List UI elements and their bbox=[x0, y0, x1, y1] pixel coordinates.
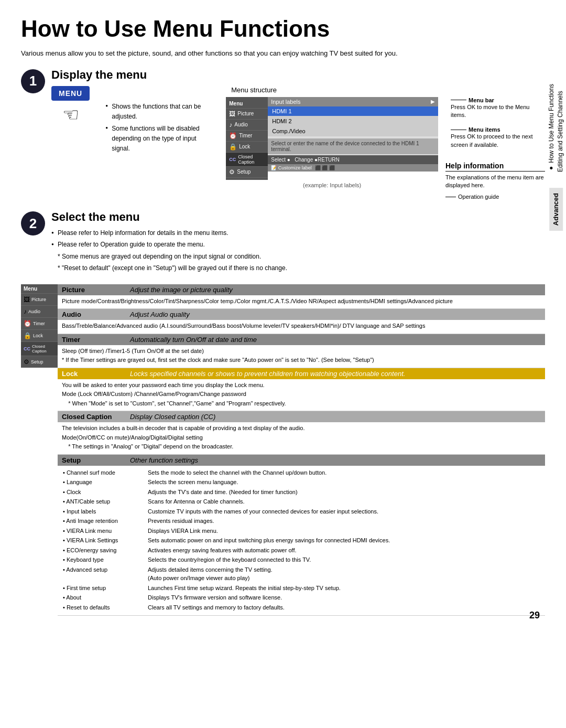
setup-item-anti-image: • Anti Image retention bbox=[63, 517, 147, 526]
menu-left-panel: Menu 🖼 Picture ♪ Audio bbox=[226, 97, 268, 180]
callout-menuitems: Menu items Press OK to proceed to the ne… bbox=[445, 126, 545, 149]
operation-guide-label: Operation guide bbox=[458, 193, 499, 201]
picture-cat: Picture bbox=[62, 286, 114, 294]
audio-label: Audio bbox=[234, 122, 248, 127]
callout-menubar-label: Menu bar bbox=[469, 97, 494, 103]
lock-body-3: * When "Mode" is set to "Custom", set "C… bbox=[62, 399, 541, 408]
setup-row-first-time: • First time setup Launches First time s… bbox=[63, 584, 540, 593]
step1-body: MENU ☜ Shows the functions that can be a… bbox=[51, 86, 545, 201]
menu-item-lock: 🔒 Lock bbox=[226, 142, 268, 153]
menu-diagram-inner: Menu 🖼 Picture ♪ Audio bbox=[226, 97, 438, 180]
menu-table-area: Menu 🖼 Picture ♪ Audio ⏰ Timer 🔒 Lock CC… bbox=[21, 284, 545, 616]
setup-item-input-labels: • Input labels bbox=[63, 507, 147, 516]
timer-desc-title: Automatically turn On/Off at date and ti… bbox=[130, 336, 257, 344]
menu-item-picture: 🖼 Picture bbox=[226, 109, 268, 120]
setup-item-keyboard: • Keyboard type bbox=[63, 555, 147, 564]
setup-item-about: • About bbox=[63, 593, 147, 602]
setup-row-about: • About Displays TV's firmware version a… bbox=[63, 593, 540, 602]
setup-desc-title: Other function settings bbox=[130, 456, 198, 464]
left-timer-icon: ⏰ bbox=[24, 320, 31, 327]
setup-item-reset: • Reset to defaults bbox=[63, 603, 147, 612]
setup-row-language: • Language Selects the screen menu langu… bbox=[63, 478, 540, 487]
mf-picture-row: Picture Adjust the image or picture qual… bbox=[58, 284, 545, 309]
mf-lock-header: Lock Locks specified channels or shows t… bbox=[58, 368, 545, 379]
mf-lock-body: You will be asked to enter your password… bbox=[58, 379, 545, 412]
picture-label: Picture bbox=[237, 111, 254, 116]
lock-body-1: You will be asked to enter your password… bbox=[62, 381, 541, 390]
setup-desc-eco: Activates energy saving features with au… bbox=[148, 546, 540, 555]
left-strip-setup: ⚙ Setup bbox=[21, 356, 58, 368]
left-cc-label: ClosedCaption bbox=[32, 344, 47, 354]
lock-cat: Lock bbox=[62, 370, 114, 378]
audio-cat: Audio bbox=[62, 311, 114, 318]
left-picture-icon: 🖼 bbox=[24, 296, 30, 303]
callout-menubar: Menu bar Press OK to move to the Menu it… bbox=[445, 97, 545, 120]
setup-desc-clock: Adjusts the TV's date and time. (Needed … bbox=[148, 488, 540, 497]
menu-item-timer: ⏰ Timer bbox=[226, 131, 268, 142]
setup-item-language: • Language bbox=[63, 478, 147, 487]
callout-menuitems-desc: Press OK to proceed to the next screen i… bbox=[451, 133, 545, 149]
mf-audio-row: Audio Adjust Audio quality Bass/Treble/B… bbox=[58, 309, 545, 334]
input-labels-header: Input labels bbox=[271, 99, 300, 105]
cc-desc-title: Display Closed caption (CC) bbox=[130, 413, 215, 421]
mf-audio-header: Audio Adjust Audio quality bbox=[58, 309, 545, 320]
mf-cc-row: Closed Caption Display Closed caption (C… bbox=[58, 411, 545, 455]
left-lock-icon: 🔒 bbox=[24, 332, 31, 339]
menu-diagram: Menu 🖼 Picture ♪ Audio bbox=[226, 97, 438, 188]
menu-header: Menu bbox=[226, 99, 268, 109]
setup-desc-first-time: Launches First time setup wizard. Repeat… bbox=[148, 584, 540, 593]
menu-item-cc: CC ClosedCaption bbox=[226, 153, 268, 167]
cc-label: ClosedCaption bbox=[238, 154, 254, 165]
menu-button-label: MENU bbox=[51, 86, 90, 101]
setup-desc-viera-link: Displays VIERA Link menu. bbox=[148, 527, 540, 536]
step2-bullets: Please refer to Help information for det… bbox=[51, 228, 545, 273]
setup-item-first-time: • First time setup bbox=[63, 584, 147, 593]
menu-item-audio: ♪ Audio bbox=[226, 120, 268, 131]
picture-icon: 🖼 bbox=[229, 110, 235, 117]
left-cc-icon: CC bbox=[24, 346, 30, 351]
help-info-box: Help information The explanations of the… bbox=[445, 162, 545, 201]
callout-menuitems-label: Menu items bbox=[469, 126, 500, 133]
setup-item-viera-settings: • VIERA Link Settings bbox=[63, 536, 147, 545]
menu-customize-bar: 📝 Customize label ⬛ ⬛ ⬛ bbox=[268, 164, 438, 172]
setup-label: Setup bbox=[237, 169, 251, 175]
mf-cc-header: Closed Caption Display Closed caption (C… bbox=[58, 411, 545, 422]
callout-menubar-desc: Press OK to move to the Menu items. bbox=[451, 103, 545, 120]
menu-right-item-hdmi1: HDMI 1 bbox=[268, 106, 438, 116]
right-sidebar: ● How to Use Menu FunctionsEditing and S… bbox=[546, 0, 566, 728]
left-timer-label: Timer bbox=[33, 321, 45, 326]
cc-icon: CC bbox=[229, 157, 236, 162]
picture-body-text: Picture mode/Contrast/Brightness/Color/T… bbox=[62, 297, 541, 306]
setup-row-anti-image: • Anti Image retention Prevents residual… bbox=[63, 517, 540, 526]
setup-row-input-labels: • Input labels Customize TV inputs with … bbox=[63, 507, 540, 516]
arrow-right-icon: ▶ bbox=[431, 99, 435, 104]
setup-desc-input-labels: Customize TV inputs with the names of yo… bbox=[148, 507, 540, 516]
setup-cat: Setup bbox=[62, 456, 114, 464]
customize-label: 📝 Customize label bbox=[271, 165, 312, 170]
picture-desc-title: Adjust the image or picture quality bbox=[130, 286, 233, 294]
setup-row-advanced: • Advanced setup Adjusts detailed items … bbox=[63, 565, 540, 583]
callout-line-1 bbox=[451, 100, 466, 100]
audio-body-text: Bass/Treble/Balance/Advanced audio (A.I.… bbox=[62, 322, 541, 330]
setup-desc-reset: Clears all TV settings and memory to fac… bbox=[148, 603, 540, 612]
menu-structure-title: Menu structure bbox=[231, 86, 545, 94]
menu-right-panel: Input labels ▶ HDMI 1 HDMI 2 Comp./Video… bbox=[268, 97, 438, 172]
example-label: (example: Input labels) bbox=[226, 182, 438, 188]
left-menu-strip: Menu 🖼 Picture ♪ Audio ⏰ Timer 🔒 Lock CC… bbox=[21, 284, 58, 368]
step1-number: 1 bbox=[21, 69, 45, 93]
setup-item-ant: • ANT/Cable setup bbox=[63, 497, 147, 506]
left-strip-timer: ⏰ Timer bbox=[21, 317, 58, 329]
mf-setup-body: • Channel surf mode Sets the mode to sel… bbox=[58, 466, 545, 616]
left-strip-cc: CC ClosedCaption bbox=[21, 341, 58, 356]
menu-button-area: MENU ☜ bbox=[51, 86, 90, 126]
left-strip-audio: ♪ Audio bbox=[21, 305, 58, 317]
mf-timer-row: Timer Automatically turn On/Off at date … bbox=[58, 334, 545, 368]
step2-bullet-2: Please refer to Operation guide to opera… bbox=[51, 240, 545, 250]
setup-row-clock: • Clock Adjusts the TV's date and time. … bbox=[63, 488, 540, 497]
left-strip-picture: 🖼 Picture bbox=[21, 293, 58, 305]
left-setup-label: Setup bbox=[31, 359, 43, 365]
setup-item-clock: • Clock bbox=[63, 488, 147, 497]
setup-row-viera-link: • VIERA Link menu Displays VIERA Link me… bbox=[63, 527, 540, 536]
setup-desc-ant: Scans for Antenna or Cable channels. bbox=[148, 497, 540, 506]
left-audio-icon: ♪ bbox=[24, 308, 27, 315]
